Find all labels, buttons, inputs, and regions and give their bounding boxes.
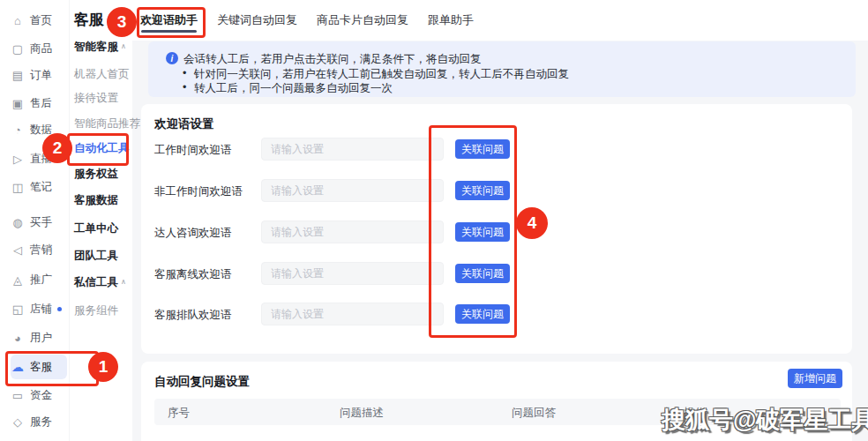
rail-item-label: 数据 [30,123,52,138]
submenu-item-6[interactable]: 客服数据 [74,193,118,208]
submenu-item-2[interactable]: 接待设置 [74,91,118,106]
user-icon: ◕ [11,333,25,344]
rail-item-shop[interactable]: ◱店铺 [11,297,67,320]
rail-item-live[interactable]: ▷直播 [11,147,67,170]
submenu-item-label: 私信工具 [74,276,118,288]
home-icon: ⌂ [11,15,25,26]
buyer-icon: ◍ [11,217,25,228]
tab-0[interactable]: 欢迎语助手 [140,0,198,41]
rail-item-data[interactable]: ◔数据 [11,118,67,141]
rail-item-marketing[interactable]: ◁营销 [11,238,67,261]
tab-2[interactable]: 商品卡片自动回复 [317,0,408,41]
submenu-item-label: 服务组件 [74,304,118,317]
rail-item-note[interactable]: ◫笔记 [11,176,67,198]
rail-item-label: 售后 [30,96,52,111]
rail-item-label: 商品 [30,41,52,56]
relate-question-button-4[interactable]: 关联问题 [455,304,510,324]
live-icon: ▷ [11,153,25,165]
chevron-up-icon: ∧ [121,278,126,286]
column-header-1: 问题描述 [340,406,384,421]
submenu-title: 客服 [74,10,104,30]
welcome-row-label: 客服离线欢迎语 [154,267,232,282]
product-icon: ▢ [11,43,25,55]
submenu-item-8[interactable]: 团队工具 [74,249,118,264]
tab-3[interactable]: 跟单助手 [428,0,474,41]
watermark-text: 搜狐号@破军星工具箱 [662,404,868,436]
relate-question-button-3[interactable]: 关联问题 [455,264,510,283]
rail-item-service[interactable]: ☁客服 [11,355,67,379]
relate-question-button-2[interactable]: 关联问题 [455,222,510,242]
submenu-item-label: 工单中心 [74,222,118,235]
welcome-row-label: 达人咨询欢迎语 [154,226,232,241]
welcome-row-label: 非工作时间欢迎语 [154,184,243,199]
welcome-input-1[interactable] [261,179,444,202]
rail-item-label: 资金 [30,388,52,403]
welcome-row-1: 非工作时间欢迎语关联问题 [154,179,534,202]
service-badge-icon: ◇ [11,416,25,428]
rail-item-funds[interactable]: ▭资金 [11,384,67,407]
welcome-input-4[interactable] [261,303,444,325]
rail-item-label: 店铺 [30,302,52,317]
welcome-input-0[interactable] [261,138,444,161]
welcome-row-label: 客服排队欢迎语 [154,308,232,323]
funds-icon: ▭ [11,390,25,401]
order-icon: ▤ [11,70,25,81]
marketing-icon: ◁ [11,244,25,256]
banner-bullet: 转人工后，同一个问题最多自动回复一次 [194,81,393,96]
welcome-row-0: 工作时间欢迎语关联问题 [154,138,534,161]
aftersale-icon: ▣ [11,98,25,109]
submenu-item-label: 机器人首页 [74,68,130,80]
banner-title: 会话转人工后，若用户点击关联问，满足条件下，将自动回复 [183,52,482,67]
rail-item-home[interactable]: ⌂首页 [11,9,67,32]
rail-item-label: 订单 [30,68,52,83]
welcome-input-2[interactable] [261,220,444,243]
rail-item-label: 客服 [30,360,52,375]
rail-item-buyer[interactable]: ◍买手 [11,211,67,234]
relate-question-button-1[interactable]: 关联问题 [455,181,510,200]
rail-item-service-badge[interactable]: ◇服务 [11,410,67,433]
service-icon: ☁ [11,361,25,373]
submenu-item-label: 客服数据 [74,194,118,206]
submenu-item-10[interactable]: 服务组件 [74,303,118,318]
shop-icon: ◱ [11,303,25,315]
data-icon: ◔ [11,124,25,136]
rail-item-user[interactable]: ◕用户 [11,326,67,349]
welcome-input-3[interactable] [261,262,444,285]
tab-bar: 欢迎语助手关键词自动回复商品卡片自动回复跟单助手 [132,0,868,41]
submenu-item-9[interactable]: 私信工具∧ [74,275,126,290]
banner-bullet: 针对同一关联问，若用户在转人工前已触发自动回复，转人工后不再自动回复 [194,67,569,82]
rail-item-promote[interactable]: ◬推广 [11,268,67,291]
rail-item-label: 买手 [30,215,52,230]
left-icon-rail: ⌂首页▢商品▤订单▣售后◔数据▷直播◫笔记◍买手◁营销◬推广◱店铺◕用户☁客服▭… [0,0,70,441]
main-content: 欢迎语助手关键词自动回复商品卡片自动回复跟单助手 i 会话转人工后，若用户点击关… [132,0,868,441]
tab-1[interactable]: 关键词自动回复 [217,0,297,41]
submenu-item-label: 智能商品推荐 [74,117,140,130]
welcome-row-3: 客服离线欢迎语关联问题 [154,262,534,285]
submenu-item-3[interactable]: 智能商品推荐 [74,116,140,131]
submenu-item-1[interactable]: 机器人首页 [74,67,130,82]
relate-question-button-0[interactable]: 关联问题 [455,139,510,159]
info-banner: i 会话转人工后，若用户点击关联问，满足条件下，将自动回复 针对同一关联问，若用… [148,41,856,97]
welcome-row-4: 客服排队欢迎语关联问题 [154,303,534,325]
rail-item-product[interactable]: ▢商品 [11,37,67,60]
submenu-item-label: 自动化工具 [74,142,130,154]
submenu-item-4[interactable]: 自动化工具 [74,141,130,156]
rail-item-label: 首页 [30,13,52,28]
rail-item-label: 服务 [30,415,52,430]
welcome-row-label: 工作时间欢迎语 [154,143,232,158]
notification-dot [57,157,62,161]
submenu-item-0[interactable]: 智能客服∧ [74,40,126,55]
app-window: ⌂首页▢商品▤订单▣售后◔数据▷直播◫笔记◍买手◁营销◬推广◱店铺◕用户☁客服▭… [0,0,868,441]
customer-service-submenu: 客服 智能客服∧机器人首页接待设置智能商品推荐自动化工具服务权益客服数据工单中心… [69,0,132,441]
submenu-item-label: 服务权益 [74,168,118,180]
auto-reply-title: 自动回复问题设置 [154,374,250,390]
rail-item-label: 推广 [30,273,52,288]
rail-item-order[interactable]: ▤订单 [11,64,67,86]
welcome-row-2: 达人咨询欢迎语关联问题 [154,220,534,243]
submenu-item-5[interactable]: 服务权益 [74,167,118,182]
welcome-settings-card: 欢迎语设置 工作时间欢迎语关联问题非工作时间欢迎语关联问题达人咨询欢迎语关联问题… [141,104,852,354]
add-question-button[interactable]: 新增问题 [788,369,842,388]
rail-item-aftersale[interactable]: ▣售后 [11,92,67,115]
submenu-item-7[interactable]: 工单中心 [74,221,118,236]
rail-item-label: 直播 [30,152,52,167]
